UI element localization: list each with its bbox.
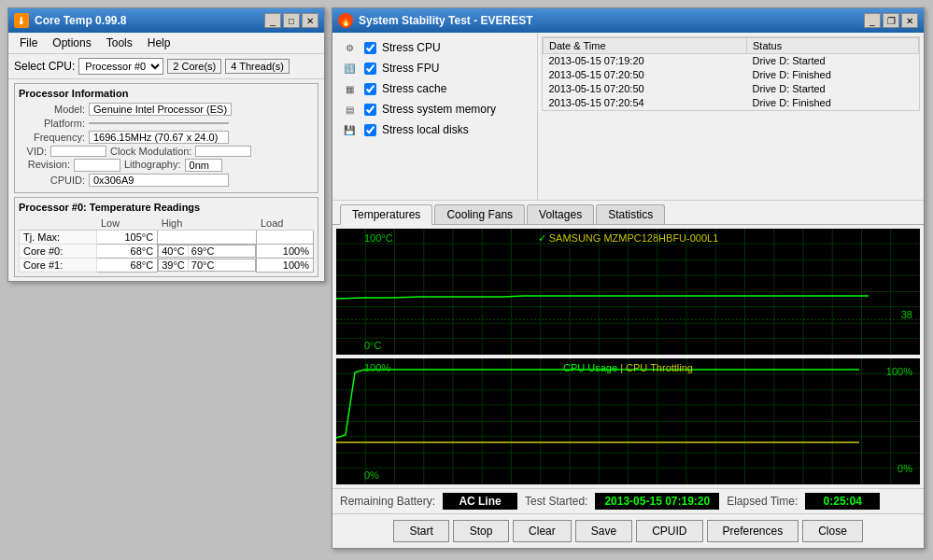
save-button[interactable]: Save [575,520,632,542]
stress-memory-label: Stress system memory [382,103,496,116]
revision-label: Revision: [19,159,70,172]
test-started-value: 2013-05-15 07:19:20 [595,493,719,510]
status-bar: Remaining Battery: AC Line Test Started:… [332,488,924,513]
log-datetime-3: 2013-05-15 07:20:50 [544,82,747,96]
sst-titlebar-left: 🔥 System Stability Test - EVEREST [338,13,533,28]
minimize-button[interactable]: _ [264,13,281,28]
log-col-datetime: Date & Time [544,38,747,54]
platform-row: Platform: [19,118,314,129]
lithography-label: Lithography: [124,159,181,172]
temperature-section: Processor #0: Temperature Readings Low H… [14,197,318,277]
core-temp-window: 🌡 Core Temp 0.99.8 _ □ ✕ File Options To… [7,7,325,282]
sst-minimize-button[interactable]: _ [864,13,881,28]
fpu-stress-icon: 🔢 [340,61,359,76]
cpuid-label: CPUID: [19,175,89,186]
table-row: Core #1: 68°C 39°C 70°C 100% [20,259,314,273]
revision-litho-row: Revision: Lithography: 0nm [19,159,314,172]
start-button[interactable]: Start [393,520,449,542]
col-load: Load [257,217,314,231]
log-row: 2013-05-15 07:19:20 Drive D: Started [544,54,919,68]
tjmax-high [158,231,257,245]
sst-close-button[interactable]: ✕ [901,13,918,28]
model-label: Model: [19,104,89,115]
menu-tools[interactable]: Tools [99,35,140,51]
stress-cpu-label: Stress CPU [382,41,441,54]
log-row: 2013-05-15 07:20:54 Drive D: Finished [544,96,919,110]
temperature-chart-svg [336,229,920,355]
vid-label: VID: [19,146,47,157]
lithography-value: 0nm [185,159,222,172]
tab-temperatures[interactable]: Temperatures [340,204,432,225]
core-temp-titlebar: 🌡 Core Temp 0.99.8 _ □ ✕ [8,8,324,33]
tjmax-low: 105°C [97,231,158,245]
log-scrollable[interactable]: Date & Time Status 2013-05-15 07:19:20 D… [542,36,920,111]
preferences-button[interactable]: Preferences [707,520,799,542]
frequency-row: Frequency: 1696.15MHz (70.67 x 24.0) [19,131,314,144]
cores-badge: 2 Core(s) [167,59,221,74]
clock-mod-label: Clock Modulation: [110,146,191,157]
cpuid-button[interactable]: CPUID [636,520,702,542]
log-panel: Date & Time Status 2013-05-15 07:19:20 D… [538,33,924,200]
core1-label: Core #1: [20,259,97,273]
close-button[interactable]: ✕ [302,13,318,28]
menu-file[interactable]: File [12,35,45,51]
titlebar-controls: _ □ ✕ [264,13,318,28]
model-row: Model: Genuine Intel Processor (ES) [19,103,314,116]
chart1-value: 38 [901,309,912,320]
tab-voltages[interactable]: Voltages [527,204,594,224]
stress-memory-checkbox[interactable] [364,104,376,116]
col-name [20,217,97,231]
close-window-button[interactable]: Close [802,520,863,542]
table-row: Core #0: 68°C 40°C 69°C 100% [20,245,314,259]
sst-window: 🔥 System Stability Test - EVEREST _ ❐ ✕ … [332,7,925,549]
frequency-label: Frequency: [19,132,89,143]
stress-cpu-checkbox[interactable] [364,42,376,54]
button-bar: Start Stop Clear Save CPUID Preferences … [332,513,924,548]
core0-high: 40°C 69°C [158,245,256,258]
memory-stress-icon: ▤ [340,102,359,117]
vid-clock-row: VID: Clock Modulation: [19,146,314,157]
core0-low: 68°C [97,245,158,259]
table-row: Tj. Max: 105°C [20,231,314,245]
tab-statistics[interactable]: Statistics [596,204,665,224]
chart1-bottom-label: 0°C [364,340,381,351]
tjmax-label: Tj. Max: [20,231,97,245]
titlebar-left: 🌡 Core Temp 0.99.8 [14,13,126,28]
chart2-top-label: 100% [364,362,390,373]
clock-mod-value [195,146,251,157]
stress-cache-checkbox[interactable] [364,83,376,95]
sst-titlebar: 🔥 System Stability Test - EVEREST _ ❐ ✕ [332,8,924,33]
sst-icon: 🔥 [338,13,353,28]
remaining-battery-value: AC Line [443,493,517,510]
core0-load: 100% [257,245,314,259]
cpu-selector: Select CPU: Processor #0 2 Core(s) 4 Thr… [8,54,324,79]
log-status-2: Drive D: Finished [746,68,918,82]
chart2-bottom-label: 0% [364,469,379,481]
temperature-table: Low High Load Tj. Max: 105°C Core #0: 68… [19,217,314,273]
log-col-status: Status [746,38,918,54]
remaining-battery-label: Remaining Battery: [340,495,435,508]
stop-button[interactable]: Stop [453,520,509,542]
stress-cache-item: ▦ Stress cache [340,81,530,96]
stress-disk-checkbox[interactable] [364,124,376,136]
processor-info-section: Processor Information Model: Genuine Int… [14,83,318,193]
chart1-top-label: 100°C [364,232,393,244]
cpuid-value: 0x306A9 [89,174,229,187]
cpu-select[interactable]: Processor #0 [78,58,163,75]
cpu-stress-icon: ⚙ [340,40,359,55]
cpu-selector-label: Select CPU: [14,60,75,73]
log-table: Date & Time Status 2013-05-15 07:19:20 D… [543,37,919,110]
core0-label: Core #0: [20,245,97,259]
sst-restore-button[interactable]: ❐ [883,13,899,28]
clear-button[interactable]: Clear [513,520,572,542]
stress-panel: ⚙ Stress CPU 🔢 Stress FPU ▦ Stress cache… [332,33,538,200]
menu-options[interactable]: Options [45,35,98,51]
log-datetime-4: 2013-05-15 07:20:54 [544,96,747,110]
chart2-value-top: 100% [886,366,912,377]
menu-help[interactable]: Help [140,35,178,51]
stress-fpu-checkbox[interactable] [364,63,376,75]
app-icon: 🌡 [14,13,29,28]
tab-cooling-fans[interactable]: Cooling Fans [434,204,525,224]
model-value: Genuine Intel Processor (ES) [89,103,232,116]
maximize-button[interactable]: □ [283,13,300,28]
